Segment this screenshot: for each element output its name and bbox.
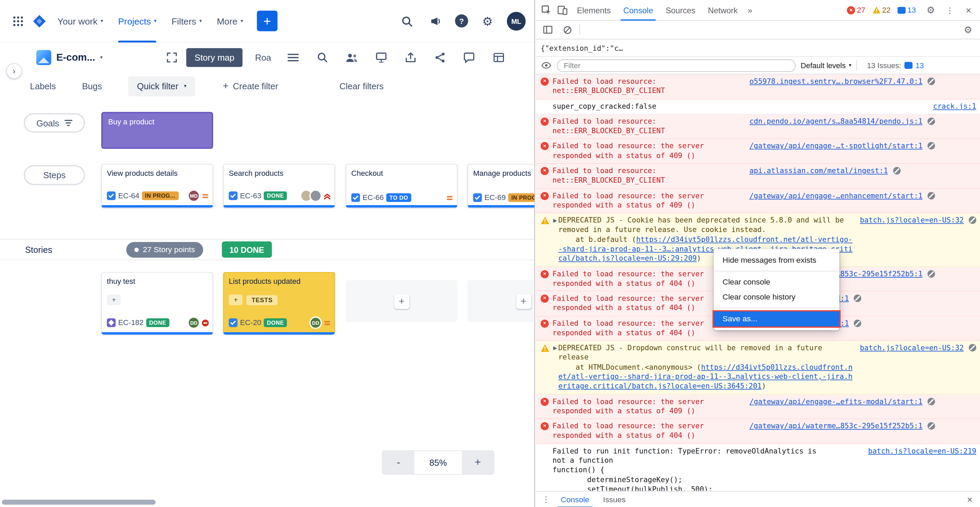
avatar[interactable]: MD [188,190,200,202]
step-card[interactable]: Search productsEC-63DONE [223,164,335,207]
device-toolbar-icon[interactable] [554,2,571,18]
help-icon[interactable]: ? [455,14,468,28]
export-icon[interactable] [404,50,417,64]
steps-section-pill[interactable]: Steps [24,165,85,185]
console-message[interactable]: ×Failed to load resource: the server res… [536,139,980,164]
expand-sidebar-button[interactable]: › [6,63,22,79]
console-inline-link[interactable]: https://d34ivt5p01lzzs.cloudfront.net/at… [558,362,852,391]
tab-console[interactable]: Console [617,0,659,21]
stories-section-header[interactable]: Stories 27 Story points 10 DONE [0,239,534,260]
source-location-link[interactable]: /gateway/api/waterme…853c-295e15f252b5:1 [749,421,923,431]
zoom-out-button[interactable]: - [382,451,414,474]
project-name[interactable]: E-com... [56,51,95,63]
console-message[interactable]: ×Failed to load resource: the server res… [536,188,980,213]
console-message[interactable]: Failed to run init function: TypeError: … [536,444,980,491]
context-menu-item[interactable]: Clear console history [714,290,839,305]
console-message[interactable]: ×Failed to load resource: net::ERR_BLOCK… [536,115,980,139]
live-expression-eye-icon[interactable] [541,57,552,73]
inspect-element-icon[interactable] [538,2,554,18]
roadmap-view-label[interactable]: Roa [255,52,271,62]
devtools-menu-icon[interactable]: ⋮ [942,5,958,15]
presentation-icon[interactable] [374,50,388,64]
user-avatar[interactable]: ML [507,11,526,30]
context-menu-item[interactable]: Hide messages from exists [714,253,839,268]
view-settings-icon[interactable] [286,50,300,64]
log-levels-dropdown[interactable]: Default levels ▾ [800,61,851,70]
goals-section-pill[interactable]: Goals [24,113,85,132]
comment-icon[interactable] [462,50,476,64]
clear-filters-button[interactable]: Clear filters [339,81,384,91]
issues-counter[interactable]: 13 Issues: 13 [867,61,924,70]
console-sidebar-icon[interactable] [539,21,556,38]
nav-more[interactable]: More▾ [210,0,249,42]
nav-projects[interactable]: Projects▾ [112,0,162,42]
add-card-button[interactable]: + [229,295,243,306]
quick-filter-button[interactable]: Quick filter ▾ [128,77,196,96]
search-icon[interactable] [398,11,416,30]
drawer-tab-issues[interactable]: Issues [596,491,633,507]
console-filter-input[interactable] [557,59,795,72]
expand-caret-icon[interactable]: ▶ [553,346,557,352]
source-location-link[interactable]: batch.js?locale=en-US:219 [868,446,976,456]
devtools-close-icon[interactable]: × [961,5,976,15]
source-location-link[interactable]: batch.js?locale=en-US:32 [860,343,964,353]
context-menu-item-annotated[interactable]: Save as... [714,311,839,327]
clear-console-icon[interactable] [560,21,576,38]
create-filter-button[interactable]: + Create filter [223,81,278,92]
app-switcher-icon[interactable] [9,11,28,30]
quick-filter-labels[interactable]: Labels [30,81,56,91]
console-message[interactable]: ×Failed to load resource: net::ERR_BLOCK… [536,74,980,99]
source-location-link[interactable]: api.atlassian.com/metal/ingest:1 [749,166,888,176]
console-message[interactable]: super_copy_cracked:falsecrack.js:1 [536,99,980,115]
tab-network[interactable]: Network [702,0,744,21]
warning-badge[interactable]: 22 [872,6,891,14]
share-icon[interactable] [433,50,447,64]
source-location-link[interactable]: batch.js?locale=en-US:32 [860,216,964,225]
story-card[interactable]: List products updated+TESTSEC-20DONEDD [223,272,335,335]
zoom-in-button[interactable]: + [462,451,494,474]
console-message[interactable]: ×Failed to load resource: the server res… [536,419,980,444]
nav-your-work[interactable]: Your work▾ [51,0,110,42]
console-message[interactable]: ×Failed to load resource: net::ERR_BLOCK… [536,164,980,189]
error-badge[interactable]: × 27 [847,6,865,14]
chevron-down-icon[interactable]: ▾ [100,55,102,60]
source-location-link[interactable]: /gateway/api/engage-…t-spotlight/start:1 [749,142,923,151]
tab-elements[interactable]: Elements [571,0,617,21]
avatar[interactable] [310,190,322,202]
source-location-link[interactable]: /gateway/api/engage-…efits-modal/start:1 [749,397,923,407]
avatar[interactable]: DD [310,317,322,329]
drawer-close-icon[interactable]: × [962,494,977,505]
megaphone-icon[interactable] [426,11,445,30]
avatar[interactable]: DD [188,317,200,329]
jira-logo[interactable] [30,11,49,30]
project-avatar[interactable] [36,50,51,65]
add-card-button[interactable]: + [394,294,409,309]
add-card-button[interactable]: + [107,295,121,306]
source-location-link[interactable]: o55978.ingest.sentry….browser%2F7.47.0:1 [749,77,923,86]
source-location-link[interactable]: cdn.pendo.io/agent/s…8aa54814/pendo.js:1 [749,117,923,126]
more-tabs-icon[interactable]: » [744,5,756,15]
fullscreen-icon[interactable] [163,48,181,67]
settings-gear-icon[interactable]: ⚙ [478,11,497,30]
console-settings-icon[interactable]: ⚙ [960,21,976,38]
drawer-tab-console[interactable]: Console [554,491,596,507]
step-card[interactable]: Manage productsEC-69IN PROG... [468,164,535,207]
expand-caret-icon[interactable]: ▶ [553,218,557,225]
search-board-icon[interactable] [315,50,329,64]
tab-sources[interactable]: Sources [659,0,702,21]
create-button[interactable]: + [257,11,277,31]
story-card[interactable]: thuy test+EC-182DONEDD [101,272,213,335]
source-location-link[interactable]: crack.js:1 [933,102,976,111]
drawer-menu-icon[interactable]: ⋮ [538,495,554,504]
horizontal-scrollbar[interactable] [2,500,156,505]
people-icon[interactable] [345,50,359,64]
quick-filter-bugs[interactable]: Bugs [82,81,102,91]
step-card[interactable]: CheckoutEC-66TO DO [345,164,458,207]
story-map-view-button[interactable]: Story map [186,48,242,67]
console-message[interactable]: ×Failed to load resource: the server res… [536,394,980,419]
devtools-settings-icon[interactable]: ⚙ [923,2,939,18]
messages-badge[interactable]: 13 [897,6,916,14]
console-message[interactable]: ▶DEPRECATED JS - Dropdown construc will … [536,341,980,395]
card-layout-icon[interactable] [492,50,505,64]
goal-card[interactable]: Buy a product [101,112,213,149]
